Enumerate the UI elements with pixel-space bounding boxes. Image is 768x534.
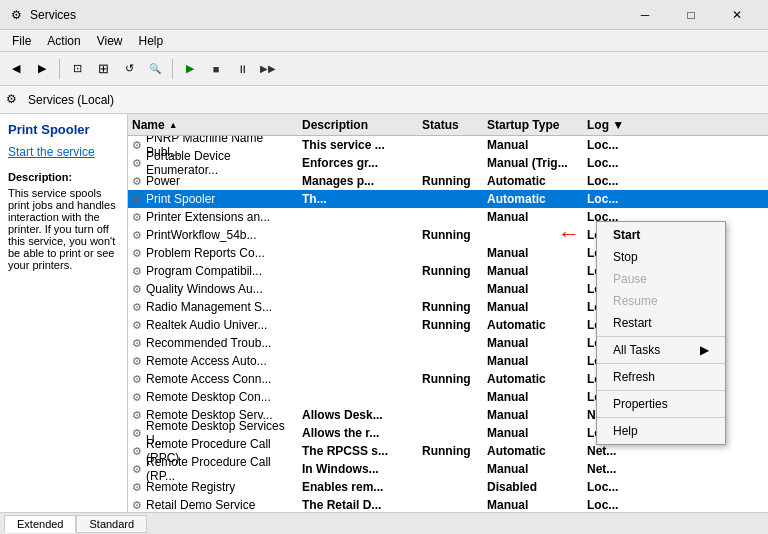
services-panel: Name ▲ Description Status Startup Type L…	[128, 114, 768, 512]
service-startup: Manual	[483, 264, 583, 278]
service-description: Allows the r...	[298, 426, 418, 440]
service-icon: ⚙	[132, 391, 142, 404]
table-row[interactable]: ⚙ Portable Device Enumerator... Enforces…	[128, 154, 768, 172]
toolbar-separator-2	[172, 59, 173, 79]
start-service-button[interactable]: ▶	[178, 57, 202, 81]
ctx-properties[interactable]: Properties	[597, 393, 725, 415]
col-header-status: Status	[418, 118, 483, 132]
service-name: Print Spooler	[146, 192, 215, 206]
service-icon: ⚙	[132, 247, 142, 260]
ctx-help[interactable]: Help	[597, 420, 725, 442]
menu-help[interactable]: Help	[131, 30, 172, 51]
maximize-button[interactable]: □	[668, 0, 714, 30]
sort-indicator: ▲	[169, 120, 178, 130]
app-icon: ⚙	[8, 7, 24, 23]
table-row[interactable]: ⚙ Remote Registry Enables rem... Disable…	[128, 478, 768, 496]
col-header-name: Name ▲	[128, 118, 298, 132]
service-startup: Manual	[483, 426, 583, 440]
service-icon: ⚙	[132, 481, 142, 494]
context-menu-separator	[597, 363, 725, 364]
service-description: Allows Desk...	[298, 408, 418, 422]
start-service-link[interactable]: Start the service	[8, 145, 119, 159]
service-icon: ⚙	[132, 193, 142, 206]
context-menu-separator	[597, 417, 725, 418]
refresh-toolbar-button[interactable]: ↺	[117, 57, 141, 81]
service-icon: ⚙	[132, 301, 142, 314]
service-logon: Loc...	[583, 174, 633, 188]
service-description: Enables rem...	[298, 480, 418, 494]
pause-service-button[interactable]: ⏸	[230, 57, 254, 81]
minimize-button[interactable]: ─	[622, 0, 668, 30]
forward-button[interactable]: ▶	[30, 57, 54, 81]
service-icon: ⚙	[132, 373, 142, 386]
service-startup: Manual	[483, 462, 583, 476]
service-name: Quality Windows Au...	[146, 282, 263, 296]
services-header: Name ▲ Description Status Startup Type L…	[128, 114, 768, 136]
tab-standard[interactable]: Standard	[76, 515, 147, 533]
tab-extended[interactable]: Extended	[4, 515, 76, 533]
left-panel: Print Spooler Start the service Descript…	[0, 114, 128, 512]
menu-file[interactable]: File	[4, 30, 39, 51]
service-icon: ⚙	[132, 211, 142, 224]
service-icon: ⚙	[132, 355, 142, 368]
service-icon: ⚙	[132, 337, 142, 350]
stop-service-button[interactable]: ■	[204, 57, 228, 81]
service-status: Running	[418, 372, 483, 386]
table-row[interactable]: ⚙ Remote Procedure Call (RP... In Window…	[128, 460, 768, 478]
restart-service-button[interactable]: ▶▶	[256, 57, 280, 81]
description-label: Description:	[8, 171, 119, 183]
service-status: Running	[418, 174, 483, 188]
back-button[interactable]: ◀	[4, 57, 28, 81]
service-logon: Net...	[583, 462, 633, 476]
context-menu-separator	[597, 390, 725, 391]
service-icon: ⚙	[132, 157, 142, 170]
table-row[interactable]: ⚙ Retail Demo Service The Retail D... Ma…	[128, 496, 768, 512]
service-name: Realtek Audio Univer...	[146, 318, 267, 332]
service-description: Enforces gr...	[298, 156, 418, 170]
menu-bar: File Action View Help	[0, 30, 768, 52]
menu-view[interactable]: View	[89, 30, 131, 51]
service-name: Portable Device Enumerator...	[146, 149, 294, 177]
ctx-alltasks[interactable]: All Tasks▶	[597, 339, 725, 361]
left-panel-title: Print Spooler	[8, 122, 119, 137]
show-hide-button[interactable]: ⊡	[65, 57, 89, 81]
service-name: Remote Access Conn...	[146, 372, 271, 386]
service-name: Retail Demo Service	[146, 498, 255, 512]
ctx-restart[interactable]: Restart	[597, 312, 725, 334]
service-description: This service ...	[298, 138, 418, 152]
service-name: Power	[146, 174, 180, 188]
col-header-logon: Log ▼	[583, 118, 633, 132]
service-logon: Loc...	[583, 138, 633, 152]
table-row[interactable]: ⚙ Power Manages p... Running Automatic L…	[128, 172, 768, 190]
service-startup: Manual	[483, 246, 583, 260]
ctx-stop[interactable]: Stop	[597, 246, 725, 268]
address-bar: ⚙ Services (Local)	[0, 86, 768, 114]
menu-action[interactable]: Action	[39, 30, 88, 51]
service-startup: Disabled	[483, 480, 583, 494]
service-startup: Manual	[483, 300, 583, 314]
ctx-refresh[interactable]: Refresh	[597, 366, 725, 388]
service-startup: Automatic	[483, 372, 583, 386]
service-startup: Manual	[483, 390, 583, 404]
description-text: This service spools print jobs and handl…	[8, 187, 119, 271]
col-header-description: Description	[298, 118, 418, 132]
service-description: The Retail D...	[298, 498, 418, 512]
close-button[interactable]: ✕	[714, 0, 760, 30]
service-name: Problem Reports Co...	[146, 246, 265, 260]
service-startup: Manual	[483, 498, 583, 512]
export-button[interactable]: 🔍	[143, 57, 167, 81]
title-bar: ⚙ Services ─ □ ✕	[0, 0, 768, 30]
service-name: Printer Extensions an...	[146, 210, 270, 224]
service-startup: Manual	[483, 138, 583, 152]
service-startup: Automatic	[483, 444, 583, 458]
service-status: Running	[418, 318, 483, 332]
properties-button[interactable]: ⊞	[91, 57, 115, 81]
ctx-start[interactable]: Start	[597, 224, 725, 246]
table-row[interactable]: ⚙ Print Spooler Th... Automatic Loc...	[128, 190, 768, 208]
toolbar-separator-1	[59, 59, 60, 79]
service-description: In Windows...	[298, 462, 418, 476]
service-logon: Net...	[583, 444, 633, 458]
service-startup: Manual (Trig...	[483, 156, 583, 170]
service-status: Running	[418, 264, 483, 278]
service-description: Manages p...	[298, 174, 418, 188]
